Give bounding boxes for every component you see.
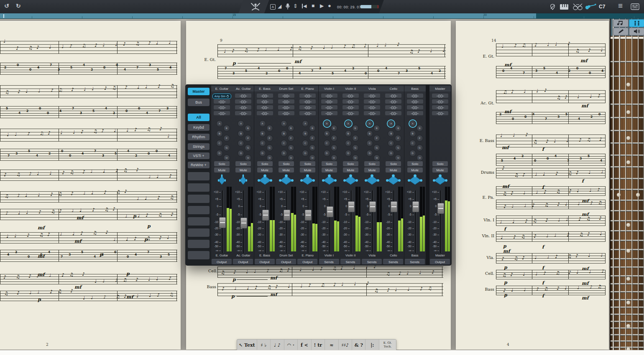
mic-icon[interactable] [285,3,290,10]
fader-handle[interactable] [348,201,355,212]
guitar-string[interactable] [619,18,620,355]
guitar-icon[interactable] [585,4,596,10]
send-knob-d[interactable]: D [388,150,394,157]
send-knob-h[interactable]: H [266,155,273,161]
transpose-arrows-icon[interactable]: ⇕ [293,3,298,9]
insert-slot[interactable] [385,105,401,109]
send-knob-c[interactable]: C [302,140,309,147]
fader-handle[interactable] [391,201,397,212]
send-knob-d[interactable]: D [302,150,309,157]
notes-rests-tool[interactable]: ♩ ♪ [271,340,284,350]
timeline-ruler[interactable]: 1520 [0,13,644,19]
send-knob-g[interactable]: G [223,145,230,151]
clefs-tool[interactable]: & ? [352,340,365,350]
stop-icon[interactable]: ■ [312,3,314,8]
insert-slot[interactable] [432,111,448,115]
fader-track[interactable] [330,190,330,253]
insert-slot[interactable] [364,99,380,104]
record-icon[interactable]: ● [328,3,331,8]
insert-slot[interactable] [278,111,294,115]
insert-slot[interactable] [235,111,251,115]
mixer-empty-slot[interactable] [188,251,210,259]
sketch-pick-icon[interactable] [549,3,556,10]
fader-handle[interactable] [284,210,290,221]
insert-slot[interactable] [299,105,316,109]
send-knob-b[interactable]: B [238,130,244,137]
send-knob-c[interactable]: C [345,140,352,147]
send-knob-c[interactable]: C [388,140,394,147]
send-knob-e[interactable]: E [245,125,251,132]
fader-handle[interactable] [412,201,419,212]
send-knob-g[interactable]: G [352,145,359,151]
fader-handle[interactable] [327,206,333,217]
insert-slot[interactable] [364,94,380,98]
send-knob-b[interactable]: B [366,130,373,137]
send-knob-c[interactable]: C [324,140,330,147]
send-knob-f[interactable]: F [266,135,273,142]
send-knob-g[interactable]: G [245,145,251,151]
send-knob-c[interactable]: C [216,140,223,147]
accidentals-tool[interactable]: ♯ ♭ [257,340,271,350]
send-knob-a[interactable]: A [281,120,287,127]
insert-slot[interactable] [257,94,273,98]
send-knob-a[interactable]: A [238,120,244,127]
insert-slot[interactable] [407,99,423,104]
send-knob-e[interactable]: E [373,125,380,132]
send-knob-h[interactable]: H [245,155,251,161]
send-knob-f[interactable]: F [395,135,401,142]
fader-track[interactable] [415,190,416,253]
send-knob-b[interactable]: B [281,130,287,137]
solo-button[interactable]: Solo [322,161,337,166]
send-knob-d[interactable]: D [366,150,373,157]
send-knob-a[interactable]: A [324,120,330,127]
send-knob-f[interactable]: F [373,135,380,142]
rewind-icon[interactable]: ◀ [302,4,307,8]
mixer-tab-master[interactable]: Master [188,88,210,95]
pan-widget[interactable] [257,174,273,186]
channel-route-output[interactable]: Output [430,259,450,264]
send-knob-a[interactable]: A [409,120,416,127]
solo-button[interactable]: Solo [407,161,423,166]
insert-slot[interactable] [364,111,380,115]
list-menu-icon[interactable]: ≡ [618,2,623,10]
send-knob-e[interactable]: E [266,125,273,132]
send-knob-f[interactable]: F [223,135,230,142]
send-knob-d[interactable]: D [409,150,416,157]
mixer-empty-slot[interactable] [188,228,210,237]
solo-button[interactable]: Solo [300,161,315,166]
channel-route-output[interactable]: Output [297,259,317,264]
solo-button[interactable]: Solo [235,161,251,166]
send-knob-d[interactable]: D [259,150,266,157]
insert-slot[interactable] [214,111,230,115]
send-knob-e[interactable]: E [417,125,423,132]
fader-track[interactable] [394,190,394,253]
solo-button[interactable]: Solo [214,161,230,166]
text-entry-icon[interactable]: A [270,4,276,10]
send-knob-b[interactable]: B [324,130,330,137]
send-knob-a[interactable]: A [366,120,373,127]
insert-slot[interactable] [235,99,251,104]
insert-slot[interactable] [299,94,316,98]
send-knob-b[interactable]: B [216,130,223,137]
mixer-tab-keybd[interactable]: Keybd [188,124,210,131]
ornaments-tool[interactable]: ! tr [312,340,325,350]
fader-handle[interactable] [262,210,269,221]
pan-widget[interactable] [235,174,251,186]
insert-slot[interactable] [278,99,294,104]
send-knob-g[interactable]: G [288,145,294,151]
send-knob-c[interactable]: C [366,140,373,147]
redo-icon[interactable]: ↻ [16,3,21,9]
send-knob-f[interactable]: F [331,135,337,142]
insert-slot[interactable] [432,99,448,104]
fader-track[interactable] [372,190,373,253]
fader-handle[interactable] [437,203,444,214]
send-knob-d[interactable]: D [281,150,287,157]
playhead-marker[interactable] [3,14,4,18]
send-knob-d[interactable]: D [345,150,352,157]
mixer-empty-slot[interactable] [188,206,210,214]
send-knob-h[interactable]: H [395,155,401,161]
insert-slot[interactable] [278,105,294,109]
mute-button[interactable]: Mute [322,167,337,172]
send-knob-e[interactable]: E [223,125,230,132]
ntempo-conductor-icon[interactable] [250,3,261,11]
